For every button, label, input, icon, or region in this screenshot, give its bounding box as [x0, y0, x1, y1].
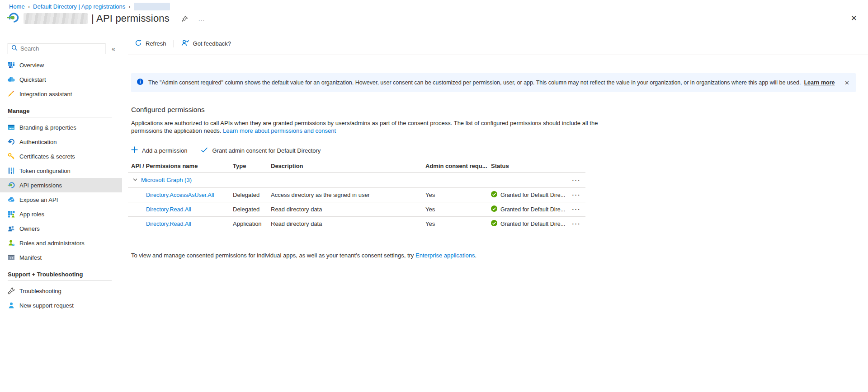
- permission-type: Delegated: [233, 206, 271, 213]
- status-granted-icon: [491, 220, 497, 228]
- chevron-down-icon[interactable]: [132, 176, 138, 184]
- sidebar-item-label: Quickstart: [19, 76, 46, 83]
- status-text: Granted for Default Dire...: [500, 206, 565, 213]
- sidebar-item-expose-an-api[interactable]: Expose an API: [0, 192, 122, 207]
- api-permissions-app-icon: [7, 12, 19, 25]
- enterprise-applications-link[interactable]: Enterprise applications: [415, 252, 475, 259]
- token-configuration-icon: [8, 167, 15, 174]
- status-granted-icon: [491, 191, 497, 199]
- troubleshooting-wrench-icon: [8, 287, 15, 294]
- sidebar-item-token-configuration[interactable]: Token configuration: [0, 163, 122, 178]
- breadcrumb-home[interactable]: Home: [9, 3, 25, 10]
- search-input[interactable]: [20, 45, 97, 52]
- sidebar-item-owners[interactable]: Owners: [0, 221, 122, 236]
- permissions-consent-learn-link[interactable]: Learn more about permissions and consent: [223, 127, 336, 134]
- permission-actions: Add a permission Grant admin consent for…: [131, 146, 868, 154]
- sidebar-item-app-roles[interactable]: App roles: [0, 207, 122, 221]
- sidebar-item-quickstart[interactable]: Quickstart: [0, 72, 122, 87]
- sidebar: « Overview Quickstart Integration assist…: [0, 33, 128, 392]
- add-permission-button[interactable]: Add a permission: [131, 146, 187, 154]
- permission-name-link[interactable]: Directory.AccessAsUser.All: [128, 192, 233, 198]
- overview-icon: [8, 61, 15, 69]
- sidebar-item-api-permissions[interactable]: API permissions: [0, 178, 122, 192]
- admin-consent-value: Yes: [425, 206, 491, 213]
- authentication-icon: [8, 138, 15, 145]
- row-more-icon[interactable]: ···: [567, 191, 585, 198]
- row-more-icon[interactable]: ···: [567, 220, 585, 227]
- status-text: Granted for Default Dire...: [500, 192, 565, 198]
- sidebar-item-manifest[interactable]: Manifest: [0, 250, 122, 265]
- status-cell: Granted for Default Dire...: [491, 191, 567, 199]
- sidebar-item-new-support-request[interactable]: New support request: [0, 298, 122, 313]
- sidebar-item-label: Overview: [19, 62, 44, 69]
- toolbar-divider: [174, 40, 174, 47]
- sidebar-item-roles-administrators[interactable]: Roles and administrators: [0, 236, 122, 250]
- page-title: | API permissions: [91, 13, 170, 24]
- sidebar-search-row: «: [0, 33, 128, 58]
- info-banner: The "Admin consent required" column show…: [131, 73, 856, 92]
- permission-name-link[interactable]: Directory.Read.All: [128, 206, 233, 213]
- sidebar-item-authentication[interactable]: Authentication: [0, 135, 122, 149]
- col-header-api-permissions-name: API / Permissions name: [128, 163, 233, 169]
- sidebar-item-label: Authentication: [19, 139, 57, 145]
- admin-consent-value: Yes: [425, 191, 491, 198]
- check-icon: [201, 147, 208, 154]
- footer-text: To view and manage consented permissions…: [131, 252, 415, 259]
- sidebar-item-integration-assistant[interactable]: Integration assistant: [0, 87, 122, 101]
- sidebar-item-label: Manifest: [19, 254, 42, 261]
- banner-close-icon[interactable]: ✕: [844, 79, 849, 86]
- row-more-icon[interactable]: ···: [567, 206, 585, 213]
- sidebar-item-branding-properties[interactable]: Branding & properties: [0, 120, 122, 135]
- redacted-breadcrumb-item: [134, 3, 170, 10]
- group-more-icon[interactable]: ···: [567, 177, 585, 183]
- refresh-button[interactable]: Refresh: [132, 37, 169, 50]
- col-header-type: Type: [233, 163, 271, 169]
- sidebar-item-certificates-secrets[interactable]: Certificates & secrets: [0, 149, 122, 163]
- quickstart-icon: [8, 76, 15, 83]
- status-cell: Granted for Default Dire...: [491, 205, 567, 213]
- sidebar-item-label: Certificates & secrets: [19, 153, 75, 160]
- footer-text-suffix: .: [475, 252, 477, 259]
- collapse-sidebar-icon[interactable]: «: [112, 45, 115, 52]
- search-box: [8, 43, 105, 54]
- sidebar-item-troubleshooting[interactable]: Troubleshooting: [0, 284, 122, 298]
- search-icon: [11, 45, 18, 53]
- certificates-key-icon: [8, 153, 15, 160]
- plus-icon: [131, 146, 138, 154]
- integration-assistant-icon: [8, 90, 15, 98]
- permission-name-link[interactable]: Directory.Read.All: [128, 221, 233, 227]
- header-more-icon[interactable]: …: [198, 15, 205, 23]
- azure-app-registration-api-permissions-page: Home › Default Directory | App registrat…: [0, 0, 868, 392]
- grant-admin-consent-button[interactable]: Grant admin consent for Default Director…: [201, 147, 321, 154]
- sidebar-item-label: Branding & properties: [19, 124, 76, 131]
- permissions-table: API / Permissions name Type Description …: [128, 160, 585, 231]
- feedback-icon: [181, 39, 189, 48]
- roles-administrators-icon: [8, 239, 15, 247]
- banner-learn-more-link[interactable]: Learn more: [804, 79, 835, 86]
- page-header: | API permissions …: [7, 12, 205, 25]
- toolbar: Refresh Got feedback?: [128, 33, 868, 55]
- sidebar-section-support: Support + Troubleshooting: [0, 265, 128, 280]
- refresh-label: Refresh: [146, 40, 166, 47]
- table-row: Directory.Read.All Application Read dire…: [128, 217, 585, 231]
- sidebar-item-label: Roles and administrators: [19, 240, 85, 247]
- col-header-admin-consent: Admin consent requ...: [425, 163, 491, 169]
- table-row: Directory.AccessAsUser.All Delegated Acc…: [128, 188, 585, 202]
- branding-icon: [8, 124, 15, 131]
- admin-consent-value: Yes: [425, 220, 491, 227]
- sidebar-item-overview[interactable]: Overview: [0, 58, 122, 72]
- breadcrumb-app-registrations[interactable]: Default Directory | App registrations: [33, 3, 125, 10]
- divider: [8, 117, 112, 117]
- status-granted-icon: [491, 205, 497, 213]
- sidebar-item-label: Troubleshooting: [19, 288, 61, 294]
- info-icon: [137, 78, 144, 87]
- sidebar-item-label: Owners: [19, 225, 40, 232]
- got-feedback-button[interactable]: Got feedback?: [179, 37, 234, 50]
- redacted-app-name: [24, 13, 88, 24]
- configured-permissions-heading: Configured permissions: [131, 106, 868, 114]
- close-blade-icon[interactable]: ✕: [851, 14, 857, 23]
- api-permissions-icon: [8, 182, 15, 189]
- microsoft-graph-group-link[interactable]: Microsoft Graph (3): [141, 177, 192, 183]
- banner-text: The "Admin consent required" column show…: [148, 79, 801, 86]
- pin-icon[interactable]: [181, 15, 188, 22]
